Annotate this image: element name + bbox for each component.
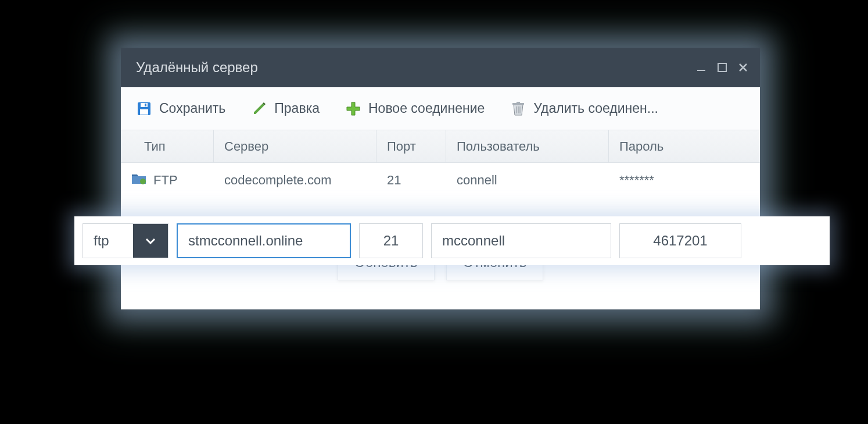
type-select-value: ftp (83, 224, 133, 258)
user-input[interactable] (431, 223, 611, 258)
row-server-value: codecomplete.com (214, 173, 376, 188)
plus-icon (345, 101, 361, 117)
new-connection-button[interactable]: Новое соединение (335, 96, 495, 122)
close-icon (738, 62, 748, 73)
delete-connection-label: Удалить соединен... (533, 101, 658, 116)
header-type: Тип (121, 130, 214, 162)
minimize-icon (696, 62, 706, 73)
edit-label: Правка (274, 101, 320, 116)
row-password-value: ******* (609, 173, 760, 188)
svg-rect-0 (697, 70, 705, 71)
type-select-toggle[interactable] (133, 224, 168, 258)
svg-rect-1 (718, 63, 726, 72)
save-button[interactable]: Сохранить (125, 96, 236, 122)
svg-point-11 (140, 179, 146, 184)
header-server: Сервер (214, 130, 376, 162)
toolbar: Сохранить Правка Новое соединение Удалит… (121, 87, 760, 130)
edit-row: ftp (74, 216, 830, 265)
remote-server-window: Удалённый сервер Сохранить Правка (121, 48, 760, 309)
chevron-down-icon (144, 234, 157, 247)
column-headers: Тип Сервер Порт Пользователь Пароль (121, 130, 760, 163)
header-user: Пользователь (446, 130, 609, 162)
pencil-icon (251, 101, 267, 117)
titlebar: Удалённый сервер (121, 48, 760, 87)
header-port: Порт (376, 130, 446, 162)
window-controls (696, 62, 748, 73)
row-type-value: FTP (153, 173, 178, 188)
delete-connection-button[interactable]: Удалить соединен... (500, 96, 669, 122)
minimize-button[interactable] (696, 62, 706, 73)
save-label: Сохранить (159, 101, 225, 116)
folder-ftp-icon (131, 172, 146, 188)
new-connection-label: Новое соединение (368, 101, 485, 116)
table-row[interactable]: FTP codecomplete.com 21 connell ******* (121, 163, 760, 198)
row-user-value: connell (446, 173, 609, 188)
row-port-value: 21 (376, 173, 446, 188)
password-input[interactable] (619, 223, 741, 258)
save-icon (136, 101, 152, 117)
port-input[interactable] (359, 223, 423, 258)
close-button[interactable] (738, 62, 748, 73)
window-title: Удалённый сервер (136, 59, 258, 76)
svg-rect-7 (517, 102, 520, 104)
server-input[interactable] (177, 223, 351, 258)
header-password: Пароль (609, 130, 760, 162)
maximize-icon (717, 62, 727, 73)
maximize-button[interactable] (717, 62, 727, 73)
edit-button[interactable]: Правка (241, 96, 330, 122)
svg-rect-5 (145, 104, 146, 106)
svg-rect-3 (140, 109, 148, 115)
type-select[interactable]: ftp (83, 223, 168, 258)
trash-icon (510, 101, 526, 117)
svg-rect-4 (141, 103, 148, 107)
